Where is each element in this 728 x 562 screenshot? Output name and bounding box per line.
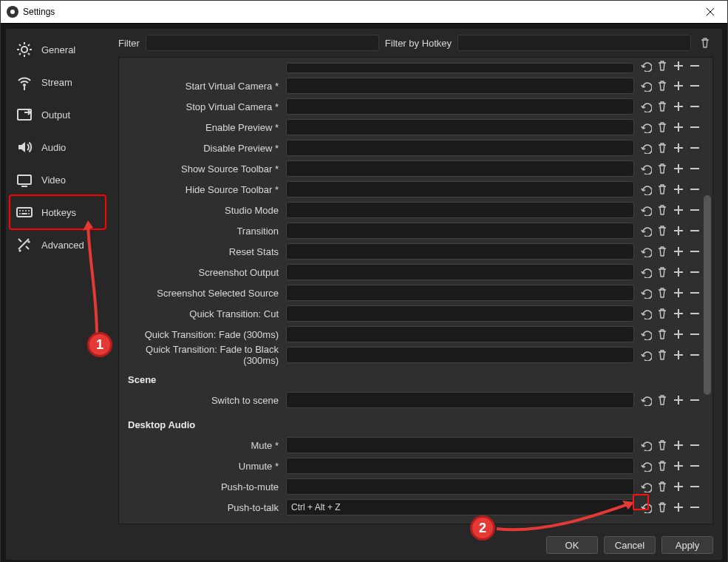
remove-button[interactable] [687, 479, 702, 494]
add-button[interactable] [671, 306, 686, 321]
sidebar-item-video[interactable]: Video [10, 163, 105, 196]
delete-button[interactable] [655, 285, 670, 300]
delete-button[interactable] [655, 458, 670, 473]
remove-button[interactable] [687, 161, 702, 176]
delete-button[interactable] [655, 203, 670, 217]
undo-button[interactable] [639, 438, 653, 453]
delete-button[interactable] [655, 99, 670, 114]
remove-button[interactable] [687, 244, 702, 259]
undo-button[interactable] [639, 182, 653, 197]
ok-button[interactable]: OK [546, 536, 598, 554]
remove-button[interactable] [687, 78, 702, 93]
hotkey-input[interactable] [286, 499, 634, 515]
delete-button[interactable] [655, 78, 670, 93]
undo-button[interactable] [639, 327, 653, 342]
undo-button[interactable] [639, 61, 653, 73]
remove-button[interactable] [687, 327, 702, 342]
undo-button[interactable] [639, 458, 653, 473]
hotkey-input[interactable] [286, 140, 634, 156]
add-button[interactable] [671, 223, 686, 238]
remove-button[interactable] [687, 265, 702, 280]
remove-button[interactable] [687, 223, 702, 238]
add-button[interactable] [671, 78, 686, 93]
hotkey-input[interactable] [286, 347, 634, 363]
delete-button[interactable] [655, 500, 670, 515]
undo-button[interactable] [639, 348, 653, 362]
delete-button[interactable] [655, 327, 670, 342]
hotkey-input[interactable] [286, 119, 634, 135]
add-button[interactable] [671, 348, 686, 362]
add-button[interactable] [671, 140, 686, 155]
undo-button[interactable] [639, 244, 653, 259]
cancel-button[interactable]: Cancel [604, 536, 656, 554]
sidebar-item-hotkeys[interactable]: Hotkeys [10, 196, 105, 228]
hotkey-input[interactable] [286, 458, 634, 474]
undo-button[interactable] [639, 500, 653, 515]
hotkey-input[interactable] [286, 98, 634, 115]
remove-button[interactable] [687, 285, 702, 300]
remove-button[interactable] [687, 306, 702, 321]
undo-button[interactable] [639, 479, 653, 494]
hotkey-input[interactable] [286, 160, 634, 177]
hotkey-input[interactable] [286, 63, 634, 73]
delete-button[interactable] [655, 120, 670, 135]
remove-button[interactable] [687, 458, 702, 473]
add-button[interactable] [671, 438, 686, 453]
sidebar-item-output[interactable]: Output [10, 98, 105, 131]
undo-button[interactable] [639, 120, 653, 135]
delete-button[interactable] [655, 244, 670, 259]
undo-button[interactable] [639, 161, 653, 176]
delete-button[interactable] [655, 61, 670, 73]
add-button[interactable] [671, 182, 686, 197]
delete-button[interactable] [655, 161, 670, 176]
remove-button[interactable] [687, 393, 702, 407]
delete-button[interactable] [655, 348, 670, 362]
apply-button[interactable]: Apply [661, 536, 713, 554]
add-button[interactable] [671, 99, 686, 114]
undo-button[interactable] [639, 223, 653, 238]
hotkey-input[interactable] [286, 223, 634, 239]
remove-button[interactable] [687, 120, 702, 135]
remove-button[interactable] [687, 438, 702, 453]
remove-button[interactable] [687, 500, 702, 515]
remove-button[interactable] [687, 61, 702, 73]
hotkey-input[interactable] [286, 285, 634, 301]
delete-button[interactable] [655, 479, 670, 494]
scrollbar[interactable] [704, 62, 711, 519]
undo-button[interactable] [639, 78, 653, 93]
add-button[interactable] [671, 244, 686, 259]
add-button[interactable] [671, 61, 686, 73]
remove-button[interactable] [687, 182, 702, 197]
add-button[interactable] [671, 500, 686, 515]
sidebar-item-general[interactable]: General [10, 33, 105, 66]
hotkey-input[interactable] [286, 392, 634, 408]
undo-button[interactable] [639, 203, 653, 217]
hotkey-input[interactable] [286, 264, 634, 280]
hotkey-input[interactable] [286, 478, 634, 495]
hotkey-input[interactable] [286, 243, 634, 260]
hotkey-input[interactable] [286, 202, 634, 218]
undo-button[interactable] [639, 306, 653, 321]
undo-button[interactable] [639, 99, 653, 114]
filter-input[interactable] [146, 35, 379, 51]
add-button[interactable] [671, 161, 686, 176]
hotkey-input[interactable] [286, 78, 634, 94]
undo-button[interactable] [639, 393, 653, 407]
add-button[interactable] [671, 203, 686, 217]
remove-button[interactable] [687, 203, 702, 217]
filter-hotkey-input[interactable] [457, 35, 691, 51]
hotkey-input[interactable] [286, 437, 634, 453]
delete-button[interactable] [655, 182, 670, 197]
delete-button[interactable] [655, 140, 670, 155]
close-button[interactable] [699, 1, 721, 23]
add-button[interactable] [671, 479, 686, 494]
undo-button[interactable] [639, 265, 653, 280]
clear-filter-button[interactable] [697, 35, 713, 51]
sidebar-item-audio[interactable]: Audio [10, 131, 105, 163]
sidebar-item-advanced[interactable]: Advanced [10, 228, 105, 261]
delete-button[interactable] [655, 265, 670, 280]
add-button[interactable] [671, 458, 686, 473]
undo-button[interactable] [639, 140, 653, 155]
hotkey-input[interactable] [286, 181, 634, 197]
add-button[interactable] [671, 285, 686, 300]
